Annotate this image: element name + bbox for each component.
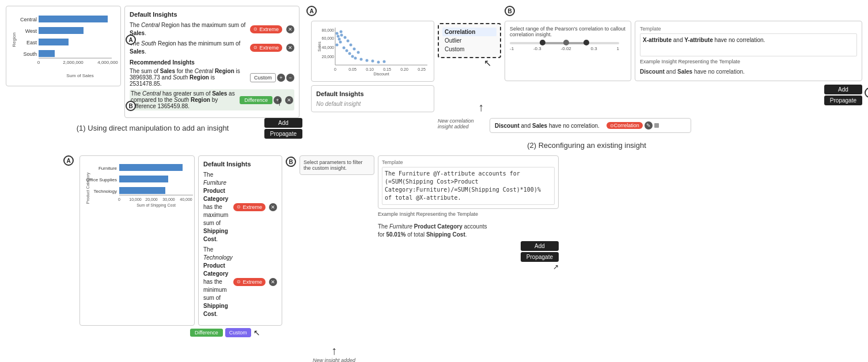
- extreme-badge-1: ⊙ Extreme: [250, 25, 282, 34]
- sec2-bottom: ↑ New correlation insight added Discount…: [311, 118, 862, 133]
- example-insight-3: The Furniture Product Category accounts …: [378, 223, 559, 239]
- minus-icon-1[interactable]: −: [286, 74, 294, 82]
- difference-btn[interactable]: Difference: [240, 96, 272, 104]
- sec3-type-buttons: Difference Custom ↖: [190, 328, 282, 337]
- section2-scatter-chart: 80,000 60,000 40,000 20,000 Sales 0 0.05…: [311, 21, 434, 82]
- sec3-main: A Product Category Furniture Office Supp…: [63, 155, 559, 337]
- section2-title: (2) Reconfiguring an existing insight: [311, 141, 862, 150]
- section-2: A 80,000 60,000 40,000: [311, 6, 862, 150]
- svg-point-29: [337, 35, 340, 38]
- slider-labels: -1 -0.3 -0.02 0.3 1: [510, 46, 619, 51]
- template-content-3: The Furniture @Y-attribute accounts for …: [382, 167, 555, 205]
- section1-bar-chart: Central West East South Sum of Sales: [11, 11, 120, 80]
- section1-insight-row-1: The Central Region has the maximum sum o…: [130, 21, 294, 37]
- svg-point-34: [346, 49, 348, 52]
- svg-point-32: [336, 44, 339, 47]
- svg-point-42: [383, 60, 386, 63]
- svg-point-37: [354, 57, 357, 60]
- circle-a-2: A: [306, 6, 317, 16]
- svg-point-38: [360, 58, 363, 61]
- outlier-option[interactable]: Outlier: [442, 36, 496, 45]
- edit-icon[interactable]: ✎: [645, 121, 653, 129]
- section1-insight-row-2: The South Region has the minimum sum of …: [130, 40, 294, 56]
- custom-btn-1[interactable]: Custom: [250, 73, 276, 82]
- svg-point-31: [339, 41, 342, 44]
- section2-propagate-btn[interactable]: Propagate: [824, 96, 862, 105]
- close-btn-3[interactable]: ✕: [269, 203, 277, 211]
- custom-btn-3[interactable]: Custom: [225, 328, 251, 337]
- svg-rect-55: [119, 176, 168, 182]
- svg-text:2,000,000: 2,000,000: [63, 60, 84, 65]
- svg-text:South: South: [23, 51, 37, 57]
- section-3: A Product Category Furniture Office Supp…: [63, 155, 559, 362]
- svg-text:West: West: [25, 28, 37, 34]
- add-icon-1[interactable]: +: [277, 74, 285, 82]
- close-btn-4[interactable]: ✕: [269, 278, 277, 286]
- close-btn-2[interactable]: ✕: [286, 44, 294, 52]
- template-panel-2: Template X-attribute and Y-attribute hav…: [635, 21, 862, 81]
- slider-title: Select range of the Pearson's correlatio…: [510, 26, 626, 37]
- corr-insight-row: Discount and Sales have no correlation. …: [490, 118, 691, 133]
- drag-handle[interactable]: [654, 123, 659, 128]
- section3-propagate-btn[interactable]: Propagate: [521, 252, 559, 262]
- sec3-add-propagate: Add Propagate ↗: [521, 241, 559, 271]
- svg-point-40: [372, 60, 374, 63]
- cursor-3: ↖: [253, 328, 260, 337]
- svg-rect-5: [39, 16, 108, 22]
- slider-handle-left[interactable]: [540, 40, 545, 45]
- section1-add-propagate: Add Propagate: [264, 118, 302, 139]
- sec2-left: A 80,000 60,000 40,000: [311, 6, 434, 112]
- svg-text:0.10: 0.10: [366, 67, 374, 71]
- new-corr-label: New correlation insight added: [438, 118, 474, 129]
- slider-handle-right[interactable]: [583, 40, 589, 45]
- example-insight-2: Discount and Sales have no correlation.: [640, 68, 857, 76]
- svg-point-43: [340, 31, 343, 33]
- close-btn-1[interactable]: ✕: [286, 25, 294, 33]
- svg-text:Sum of Sales: Sum of Sales: [66, 73, 94, 78]
- section3-insights-title: Default Insights: [203, 161, 277, 167]
- section3-insights-panel: Default Insights The Furniture Product C…: [198, 155, 282, 326]
- close-btn-rec[interactable]: ✕: [285, 96, 293, 104]
- section2-insights-title: Default Insights: [316, 90, 429, 97]
- svg-rect-6: [39, 27, 84, 34]
- svg-rect-8: [39, 50, 55, 57]
- svg-point-36: [351, 55, 354, 58]
- section2-add-btn[interactable]: Add: [824, 85, 862, 94]
- difference-btn-3[interactable]: Difference: [190, 329, 223, 337]
- section1-add-btn[interactable]: Add: [264, 118, 302, 128]
- svg-point-33: [343, 47, 346, 49]
- correlation-option[interactable]: Correlation: [442, 28, 496, 36]
- correlation-options-panel: Correlation Outlier Custom: [438, 23, 501, 58]
- extreme-badge-2: ⊙ Extreme: [250, 44, 282, 52]
- template-panel-3: Template The Furniture @Y-attribute acco…: [378, 155, 559, 209]
- svg-point-41: [377, 61, 380, 64]
- section2-insights-panel: Default Insights No default insight: [311, 85, 434, 112]
- example-title-2: Example Insight Representing the Templat…: [640, 59, 857, 64]
- arrow-up-1: ↑: [276, 95, 282, 108]
- bottom-row: A Product Category Furniture Office Supp…: [6, 155, 862, 362]
- sec2-slider-template: Select range of the Pearson's correlatio…: [505, 21, 862, 81]
- rec-row-2: The Central has greater sum of Sales as …: [130, 89, 294, 110]
- recommended-title: Recommended Insights: [130, 59, 294, 66]
- svg-text:0: 0: [118, 197, 120, 201]
- correlation-badge: ⊙ Correlation: [607, 122, 643, 129]
- section3-add-btn[interactable]: Add: [521, 241, 559, 251]
- svg-text:Central: Central: [20, 17, 37, 22]
- svg-text:0.25: 0.25: [418, 67, 426, 71]
- params-panel: Select parameters to filter the custom i…: [300, 155, 374, 175]
- svg-text:Discount: Discount: [373, 72, 389, 76]
- custom-option-2[interactable]: Custom: [442, 45, 496, 54]
- svg-point-30: [338, 38, 341, 41]
- svg-point-47: [350, 44, 352, 47]
- svg-text:80,000: 80,000: [322, 28, 335, 32]
- section-1: A Central West East South Sum of Sales: [6, 6, 300, 132]
- svg-text:0: 0: [37, 60, 40, 65]
- section1-propagate-btn[interactable]: Propagate: [264, 129, 302, 139]
- section3-bar-chart: Product Category Furniture Office Suppli…: [84, 159, 196, 223]
- circle-b-2: B: [505, 6, 515, 16]
- svg-text:Region: Region: [12, 32, 17, 47]
- arrow-up-3: ↑: [331, 344, 337, 357]
- sec3-chart-insights: A Product Category Furniture Office Supp…: [63, 155, 282, 326]
- sec3-template-area: Template The Furniture @Y-attribute acco…: [378, 155, 559, 271]
- svg-text:Office Supplies: Office Supplies: [86, 177, 117, 182]
